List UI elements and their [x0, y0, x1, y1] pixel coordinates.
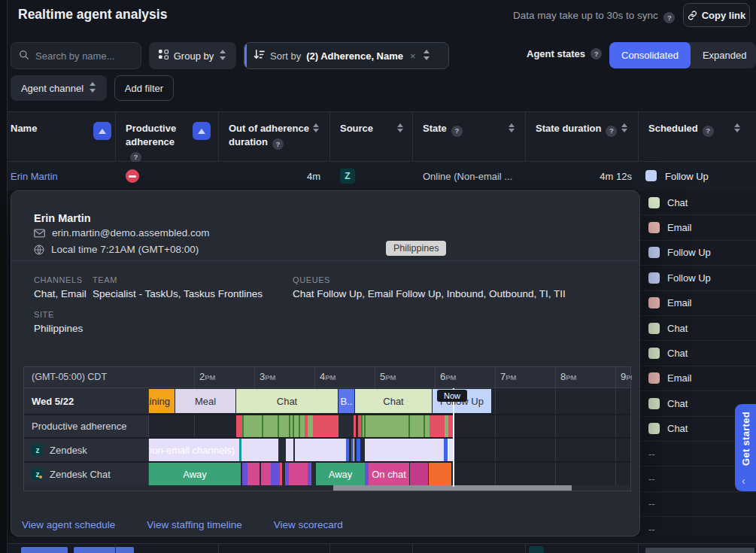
zendesk-icon: z — [32, 444, 44, 456]
schedule-block-chat[interactable]: Chat — [355, 389, 432, 413]
zendesk-chat-state-away[interactable]: Away — [316, 463, 365, 485]
view-scorecard-link[interactable]: View scorecard — [274, 519, 343, 530]
sort-ascending-button[interactable] — [93, 122, 111, 140]
zendesk-chat-state-segment — [271, 463, 280, 485]
scheduled-swatch — [648, 398, 660, 409]
table-row[interactable]: Follow Up — [640, 266, 756, 290]
zendesk-row-label: z Zendesk — [24, 439, 149, 461]
scheduled-label: Email — [667, 222, 692, 233]
schedule-block-meal[interactable]: Meal — [175, 389, 235, 413]
table-row-partial[interactable] — [8, 543, 756, 553]
hour-gridline — [495, 439, 496, 461]
hour-gridline — [495, 388, 496, 414]
hour-gridline — [194, 415, 195, 437]
table-row[interactable]: -- — [640, 492, 756, 517]
view-agent-schedule-link[interactable]: View agent schedule — [22, 519, 115, 530]
partial-name-text — [21, 547, 68, 553]
hour-gridline — [615, 439, 616, 461]
agent-states-label: Agent states ? — [527, 48, 602, 59]
clear-sort-icon[interactable]: × — [408, 50, 417, 62]
table-row[interactable]: Email — [640, 215, 756, 240]
field-channels: CHANNELSChat, Email — [34, 275, 87, 299]
adherence-segment — [410, 415, 424, 437]
field-site: SITEPhilippines — [34, 310, 83, 334]
timeline-hours-header: (GMT-05:00) CDT 2PM3PM4PM5PM6PM7PM8PM9PM — [24, 367, 630, 388]
schedule-block-chat[interactable]: Chat — [236, 389, 338, 413]
adherence-segment — [263, 415, 278, 437]
sort-pill[interactable]: Sort by (2) Adherence, Name × — [244, 42, 449, 69]
zendesk-chat-state-away[interactable]: Away — [149, 463, 241, 485]
search-input[interactable]: Search by name... — [11, 42, 141, 69]
zendesk-chat-icon: z — [32, 468, 44, 480]
timeline-row-adherence: Productive adherence — [24, 415, 630, 439]
out-of-adherence-icon — [126, 169, 139, 183]
adherence-segment — [308, 415, 313, 437]
agent-name-link[interactable]: Erin Martin — [11, 171, 58, 182]
scheduled-label: Chat — [667, 323, 688, 334]
field-queues: QUEUESChat Follow Up, Email Follow Up, I… — [293, 275, 566, 299]
column-help-icon[interactable]: ? — [272, 138, 284, 150]
zendesk-state-(non-email-channels)[interactable]: (non-email channels) — [149, 439, 239, 461]
scheduled-swatch — [648, 372, 660, 384]
column-header-state[interactable]: State? — [423, 122, 506, 137]
hour-label: 6PM — [440, 371, 456, 382]
column-help-icon[interactable]: ? — [606, 126, 617, 137]
sort-value: (2) Adherence, Name — [306, 50, 403, 62]
link-icon — [688, 11, 697, 20]
field-team: TEAMSpecialist - TaskUs, Taskus Frontlin… — [93, 275, 263, 299]
table-row-erin-martin[interactable]: Erin Martin 4m Z Online (Non-email ... 4… — [8, 162, 756, 190]
column-header-state-duration[interactable]: State duration? — [536, 122, 618, 137]
zendesk-state-segment — [286, 439, 293, 461]
sort-toggle-icon[interactable] — [313, 123, 319, 132]
zendesk-chat-state-segment — [289, 463, 308, 485]
scheduled-label: Chat — [667, 398, 688, 409]
agent-channel-filter[interactable]: Agent channel — [11, 75, 107, 101]
sort-ascending-button[interactable] — [193, 122, 211, 140]
sync-help-icon[interactable]: ? — [663, 12, 675, 23]
table-row[interactable]: Chat — [640, 341, 756, 366]
hour-gridline — [615, 415, 616, 437]
sort-toggle-icon[interactable] — [621, 123, 627, 132]
zendesk-chat-state-segment — [410, 463, 428, 485]
sort-toggle-icon[interactable] — [509, 123, 515, 132]
column-header-source[interactable]: Source — [340, 122, 393, 135]
scheduled-swatch — [648, 423, 660, 434]
view-staffing-timeline-link[interactable]: View staffing timeline — [147, 519, 241, 530]
hour-label: 7PM — [500, 371, 516, 382]
table-row[interactable]: Chat — [640, 316, 756, 341]
toggle-expanded[interactable]: Expanded — [691, 42, 756, 68]
zendesk-state-segment — [241, 439, 278, 461]
sort-toggle-icon[interactable] — [734, 123, 740, 132]
copy-link-button[interactable]: Copy link — [683, 3, 750, 27]
popup-email-row: erin.martin@demo.assembled.com — [34, 227, 210, 239]
column-header-out-of-adherence-duration[interactable]: Out of adherence duration? — [229, 122, 313, 150]
table-row[interactable]: Email — [640, 366, 756, 391]
timeline-scrollbar — [24, 485, 630, 491]
zendesk-state-segment — [365, 439, 444, 461]
hour-gridline — [314, 367, 315, 388]
schedule-timeline-card: (GMT-05:00) CDT 2PM3PM4PM5PM6PM7PM8PM9PM… — [23, 366, 631, 491]
add-filter-button[interactable]: Add filter — [114, 75, 174, 101]
scheduled-swatch — [648, 272, 660, 284]
column-header-name[interactable]: Name — [11, 122, 95, 135]
agent-states-help-icon[interactable]: ? — [591, 48, 602, 59]
hour-gridline — [254, 367, 255, 388]
schedule-block-b-[interactable]: B.. — [339, 389, 354, 413]
scheduled-label: Email — [667, 372, 692, 384]
zendesk-chat-state-on-chat[interactable]: On chat — [369, 463, 409, 485]
table-row[interactable]: Follow Up — [640, 241, 756, 266]
toggle-consolidated[interactable]: Consolidated — [609, 42, 691, 68]
column-help-icon[interactable]: ? — [451, 126, 463, 137]
schedule-block-training[interactable]: Training — [149, 389, 175, 413]
table-row[interactable]: Email — [640, 291, 756, 316]
get-started-tab[interactable]: Get started ‹ — [735, 404, 756, 491]
scheduled-swatch — [648, 247, 660, 258]
table-row[interactable]: Chat — [640, 190, 756, 215]
column-header-productive-adherence[interactable]: Productive adherence? — [126, 122, 190, 163]
sort-toggle-icon[interactable] — [397, 123, 403, 132]
group-by-button[interactable]: Group by — [149, 42, 236, 69]
site-tooltip: Philippines — [386, 241, 446, 256]
column-help-icon[interactable]: ? — [703, 126, 714, 137]
column-header-scheduled[interactable]: Scheduled? — [648, 122, 724, 137]
popup-local-time: Local time 7:21AM (GMT+08:00) — [51, 244, 199, 255]
